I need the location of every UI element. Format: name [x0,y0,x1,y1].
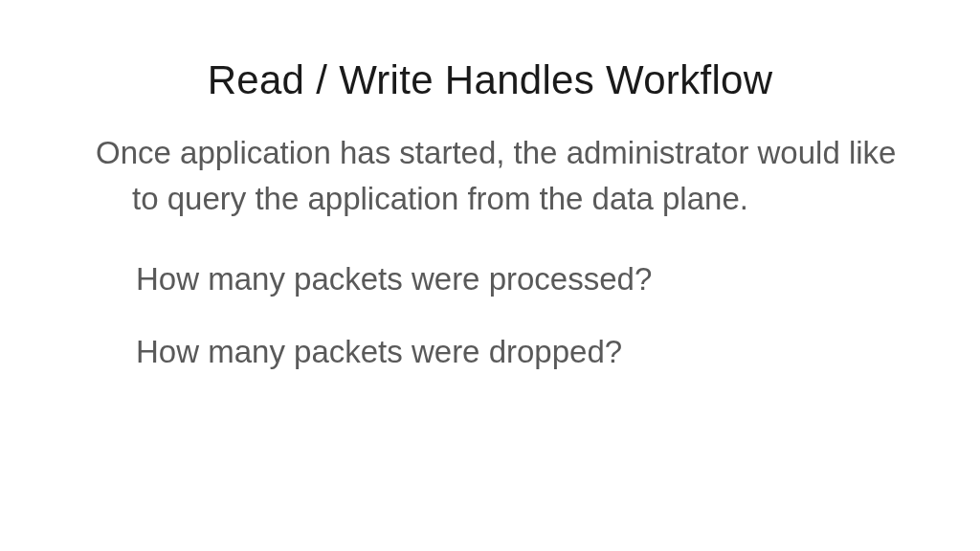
slide-title: Read / Write Handles Workflow [77,57,903,103]
slide-description: Once application has started, the admini… [132,130,903,222]
slide-container: Read / Write Handles Workflow Once appli… [0,0,980,551]
question-1: How many packets were processed? [136,256,903,302]
question-2: How many packets were dropped? [136,329,903,375]
